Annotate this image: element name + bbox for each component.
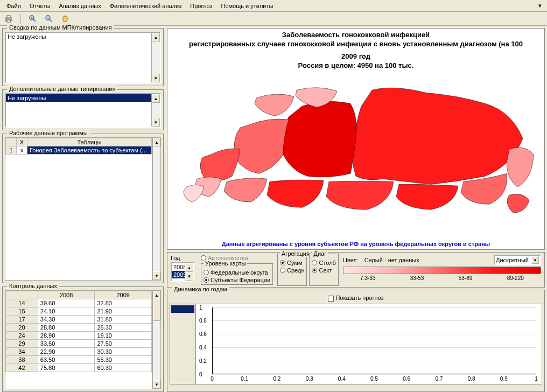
menu-forecast[interactable]: Прогноз (186, 2, 216, 10)
cell[interactable]: 28.80 (38, 324, 95, 332)
year-listbox[interactable]: 2008 2009 ▲ ▼ (171, 262, 194, 282)
data-control-grid[interactable]: 2008 2009 1439.6032.801524.1021.901734.3… (5, 290, 152, 389)
scroll-down-icon[interactable]: ▼ (153, 380, 160, 389)
menu-reports[interactable]: Отчёты (25, 2, 54, 10)
dynamics-chart[interactable]: 10.80.60.40.2000.10.20.30.40.50.60.70.80… (170, 304, 542, 384)
additional-listbox[interactable]: Не загружены ▲ ▼ (5, 93, 161, 128)
cell[interactable]: 39.60 (38, 299, 95, 307)
cell[interactable]: 17 (6, 316, 38, 324)
cell[interactable]: 21.90 (95, 307, 152, 316)
menu-file[interactable]: Файл (2, 2, 25, 10)
table-row[interactable]: 3863.5055.30 (6, 356, 152, 364)
data-control-title: Контроль данных (7, 283, 59, 289)
scroll-down-icon[interactable]: ▼ (152, 118, 160, 127)
cell[interactable]: 42 (6, 364, 38, 372)
table-row[interactable]: 2428.9019.10 (6, 332, 152, 340)
map-controls: Год 2008 2009 ▲ ▼ Автопрокрутка Уровень … (167, 252, 545, 288)
scroll-down-icon[interactable]: ▼ (153, 271, 160, 280)
print-icon[interactable] (3, 13, 14, 24)
col-header[interactable] (6, 291, 38, 299)
cell[interactable]: 15 (6, 307, 38, 316)
table-row[interactable]: 2933.5027.50 (6, 340, 152, 348)
map-title-line2: регистрированных случаев гонококковой ин… (189, 40, 523, 49)
cell[interactable]: 38 (6, 356, 38, 364)
radio-bar[interactable]: Столб (312, 260, 335, 266)
cell[interactable]: 75.80 (38, 364, 95, 372)
cell[interactable]: 28.90 (38, 332, 95, 340)
table-row[interactable]: 1 x Гонорея Заболеваемость по субъектам … (6, 146, 152, 155)
scrollbar[interactable]: ▲ ▼ (152, 137, 161, 281)
col-header[interactable] (6, 138, 17, 146)
col-header[interactable]: X (17, 138, 27, 146)
scroll-up-icon[interactable]: ▲ (153, 291, 160, 299)
cell[interactable]: 19.10 (95, 332, 152, 340)
scrollbar[interactable]: ▲ ▼ (151, 94, 160, 127)
cell[interactable]: 31.80 (95, 316, 152, 324)
show-forecast-checkbox[interactable] (328, 296, 334, 302)
cell[interactable]: 29 (6, 340, 38, 348)
radio-mean[interactable]: Средн (280, 267, 304, 274)
cell[interactable]: 27.50 (95, 340, 152, 348)
color-label: Цвет: (343, 257, 358, 263)
scrollbar[interactable]: ▲ ▼ (152, 290, 161, 389)
menu-analysis[interactable]: Анализ данных (54, 2, 105, 10)
cell[interactable]: 34.30 (38, 316, 95, 324)
radio-subjects[interactable]: Субъекты Федерации (204, 277, 270, 283)
scrollbar[interactable]: ▲ ▼ (151, 33, 160, 82)
cell[interactable]: 20 (6, 324, 38, 332)
series-item[interactable] (171, 305, 194, 313)
cell[interactable]: 14 (6, 299, 38, 307)
menu-phylo[interactable]: Филогенетический анализ (106, 2, 186, 10)
scroll-up-icon[interactable]: ▲ (152, 33, 160, 41)
workdata-grid[interactable]: X Таблицы 1 x Гонорея Заболеваемость по … (5, 137, 152, 281)
scroll-up-icon[interactable]: ▲ (152, 94, 160, 103)
table-row[interactable]: 2028.8026.30 (6, 324, 152, 332)
menu-help[interactable]: Помощь и утилиты (217, 2, 278, 10)
cell[interactable]: 63.50 (38, 356, 95, 364)
cell[interactable]: 26.30 (95, 324, 152, 332)
cell[interactable]: 22.90 (38, 348, 95, 356)
scroll-thumb[interactable] (153, 299, 160, 321)
cell[interactable]: 1 (6, 146, 17, 155)
scroll-down-icon[interactable]: ▼ (152, 74, 160, 82)
cell[interactable]: 33.50 (38, 340, 95, 348)
year-label: Год (171, 255, 194, 261)
color-mode-select[interactable]: Дискретный ▼ (494, 255, 541, 265)
table-row[interactable]: 1439.6032.80 (6, 299, 152, 307)
zoom-in-icon[interactable] (27, 13, 38, 24)
cell[interactable]: 24.10 (38, 307, 95, 316)
list-item[interactable]: Не загружены (6, 94, 160, 102)
table-row[interactable]: 4275.8060.30 (6, 364, 152, 372)
radio-sum[interactable]: Сумм (280, 260, 304, 266)
mpk-listbox[interactable]: Не загружены ▲ ▼ (5, 32, 161, 83)
cell[interactable]: 55.30 (95, 356, 152, 364)
col-header[interactable]: Таблицы (27, 138, 152, 146)
scroll-up-icon[interactable]: ▲ (153, 138, 160, 146)
col-header[interactable]: 2009 (95, 291, 152, 299)
cell[interactable]: x (17, 146, 27, 155)
scroll-up-icon[interactable]: ▲ (185, 263, 193, 272)
scrollbar[interactable]: ▲ ▼ (185, 263, 193, 281)
col-header[interactable]: 2008 (38, 291, 95, 299)
radio-pie[interactable]: Сект (312, 267, 335, 274)
map-title: Заболеваемость гонококковой инфекцией ре… (189, 29, 523, 71)
chevron-down-icon[interactable]: ▼ (531, 256, 539, 264)
menu-overflow-icon[interactable]: ▾ (535, 1, 545, 10)
zoom-out-icon[interactable] (44, 13, 54, 24)
hand-pan-icon[interactable] (60, 13, 71, 24)
table-row[interactable]: 3422.9030.30 (6, 348, 152, 356)
cell[interactable]: 32.80 (95, 299, 152, 307)
list-item[interactable]: Не загружены (6, 33, 160, 40)
cell[interactable]: Гонорея Заболеваемость по субъектам (... (27, 146, 152, 155)
radio-federal-districts[interactable]: Федеральные округа (204, 269, 270, 276)
cell[interactable]: 24 (6, 332, 38, 340)
x-tick: 0.2 (273, 376, 280, 382)
cell[interactable]: 60.30 (95, 364, 152, 372)
cell[interactable]: 34 (6, 348, 38, 356)
table-row[interactable]: 1734.3031.80 (6, 316, 152, 324)
russia-map[interactable] (167, 71, 544, 239)
scroll-down-icon[interactable]: ▼ (185, 272, 193, 281)
cell[interactable]: 30.30 (95, 348, 152, 356)
table-row[interactable]: 1524.1021.90 (6, 307, 152, 316)
chart-series-list[interactable] (170, 304, 196, 384)
